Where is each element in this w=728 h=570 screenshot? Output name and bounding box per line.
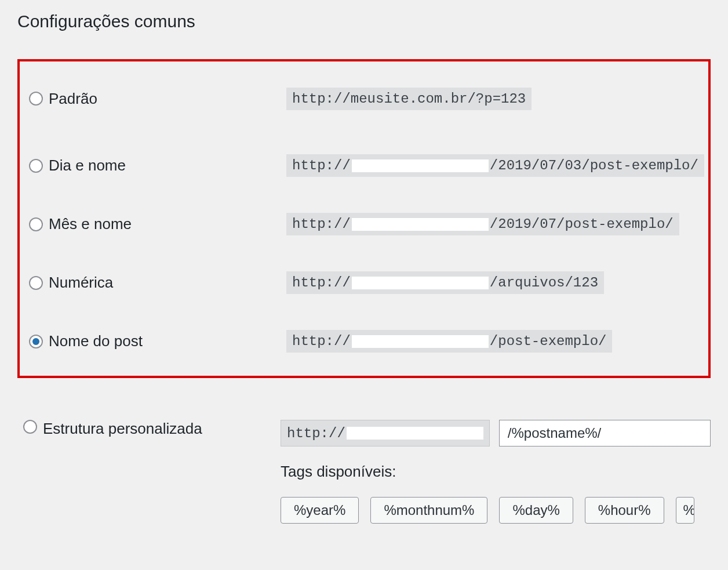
custom-url-row: http:// <box>281 420 711 446</box>
option-label-month-name[interactable]: Mês e nome <box>49 215 286 233</box>
option-row-default: Padrão http://meusite.com.br/?p=123 <box>23 67 705 125</box>
custom-structure-input[interactable] <box>499 420 711 446</box>
section-heading: Configurações comuns <box>17 12 711 31</box>
option-row-numeric: Numérica http:///arquivos/123 <box>23 242 705 301</box>
option-label-default[interactable]: Padrão <box>49 90 286 108</box>
example-day-name: http:///2019/07/03/post-exemplo/ <box>286 154 704 177</box>
example-default: http://meusite.com.br/?p=123 <box>286 88 532 110</box>
option-label-custom[interactable]: Estrutura personalizada <box>43 420 281 438</box>
redacted-domain <box>352 277 489 289</box>
tag-partial-button[interactable]: % <box>676 497 694 524</box>
custom-url-prefix: http:// <box>281 420 490 446</box>
radio-default[interactable] <box>29 92 43 106</box>
redacted-domain <box>352 159 489 172</box>
redacted-domain <box>352 218 489 231</box>
radio-custom[interactable] <box>23 420 37 434</box>
tags-row: %year% %monthnum% %day% %hour% % <box>281 497 711 524</box>
tags-available-label: Tags disponíveis: <box>281 463 711 481</box>
prefix-text: http:// <box>287 426 345 441</box>
example-month-name: http:///2019/07/post-exemplo/ <box>286 213 679 235</box>
redacted-domain <box>352 335 489 348</box>
option-row-custom: Estrutura personalizada http:// Tags dis… <box>17 401 711 542</box>
example-post-name: http:///post-exemplo/ <box>286 330 612 353</box>
radio-numeric[interactable] <box>29 276 43 290</box>
example-text-after: /arquivos/123 <box>490 275 598 291</box>
example-text-after: /2019/07/03/post-exemplo/ <box>490 158 698 173</box>
option-label-post-name[interactable]: Nome do post <box>49 332 286 350</box>
option-row-post-name: Nome do post http:///post-exemplo/ <box>23 301 705 360</box>
example-text-after: /2019/07/post-exemplo/ <box>490 216 674 232</box>
radio-month-name[interactable] <box>29 217 43 231</box>
highlighted-options-box: Padrão http://meusite.com.br/?p=123 Dia … <box>17 59 711 378</box>
redacted-domain <box>347 427 483 440</box>
example-text-after: /post-exemplo/ <box>490 333 607 349</box>
radio-post-name[interactable] <box>29 335 43 348</box>
option-label-numeric[interactable]: Numérica <box>49 274 286 292</box>
example-numeric: http:///arquivos/123 <box>286 271 604 294</box>
tag-day-button[interactable]: %day% <box>499 497 573 524</box>
example-text-before: http:// <box>292 275 351 291</box>
option-row-day-name: Dia e nome http:///2019/07/03/post-exemp… <box>23 125 705 184</box>
option-label-day-name[interactable]: Dia e nome <box>49 157 286 175</box>
tag-hour-button[interactable]: %hour% <box>585 497 664 524</box>
example-text-before: http:// <box>292 158 351 173</box>
example-text-before: http:// <box>292 216 351 232</box>
example-text-before: http:// <box>292 333 351 349</box>
tag-monthnum-button[interactable]: %monthnum% <box>370 497 487 524</box>
radio-day-name[interactable] <box>29 159 43 173</box>
tag-year-button[interactable]: %year% <box>281 497 359 524</box>
option-row-month-name: Mês e nome http:///2019/07/post-exemplo/ <box>23 184 705 242</box>
example-text: http://meusite.com.br/?p=123 <box>292 91 526 107</box>
